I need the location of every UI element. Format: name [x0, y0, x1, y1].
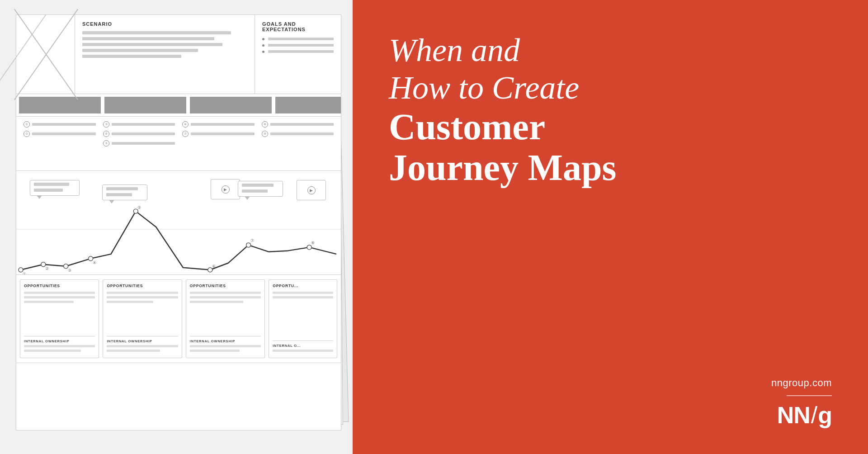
ownership-line-1a [24, 345, 95, 347]
opp-divider-2 [107, 336, 178, 336]
opp-lines-1 [24, 292, 95, 333]
svg-point-15 [307, 245, 311, 250]
opp-lines-2 [107, 292, 178, 333]
svg-text:①: ① [23, 272, 26, 274]
num-5: ⑤ [103, 140, 109, 147]
bullet-item-1 [262, 38, 334, 40]
ownership-line-3a [190, 345, 261, 347]
num-item-3: ③ [103, 121, 175, 128]
nn-logo-text: NN [777, 402, 810, 428]
num-line-2 [32, 132, 96, 135]
left-panel: SCENARIO GOALS AND EXPECTATIONS [0, 0, 353, 454]
nn-logo: NN/g [777, 403, 832, 427]
svg-text:③: ③ [68, 268, 71, 273]
logo-block: nngroup.com NN/g [389, 377, 832, 427]
bullet-item-2 [262, 44, 334, 47]
nn-url: nngroup.com [771, 377, 832, 389]
bullet-line-2 [268, 44, 334, 47]
scenario-line-5 [82, 55, 181, 58]
opp-line-4b [273, 296, 333, 298]
num-line-6 [191, 123, 255, 126]
ownership-title-3: INTERNAL OWNERSHIP [190, 339, 261, 343]
image-x-lines [16, 15, 75, 94]
opportunities-section: OPPORTUNITIES INTERNAL OWNERSHIP OPPORTU… [16, 275, 341, 363]
bullet-dot-2 [262, 44, 264, 47]
bullet-item-3 [262, 50, 334, 53]
svg-text:⑧: ⑧ [311, 241, 315, 245]
opp-col-1: OPPORTUNITIES INTERNAL OWNERSHIP [20, 279, 99, 358]
opp-line-2b [107, 296, 178, 298]
numbered-col-3: ⑥ ⑦ [179, 121, 258, 166]
opp-lines-3 [190, 292, 261, 333]
headline-line-3: Customer [389, 107, 616, 147]
nn-logo-g: g [818, 402, 832, 428]
opp-line-1a [24, 292, 95, 294]
ownership-title-2: INTERNAL OWNERSHIP [107, 339, 178, 343]
card-front: SCENARIO GOALS AND EXPECTATIONS [16, 14, 341, 430]
image-placeholder [16, 15, 75, 94]
num-line-8 [270, 123, 334, 126]
numbered-col-4: ⑧ ⑨ [258, 121, 338, 166]
headline-line-2: How to Create [389, 69, 616, 107]
svg-text:⑥: ⑥ [212, 264, 216, 269]
svg-text:⑤: ⑤ [137, 205, 141, 210]
opp-title-2: OPPORTUNITIES [107, 284, 178, 288]
num-item-4: ④ [103, 131, 175, 137]
num-8: ⑧ [262, 121, 268, 128]
num-6: ⑥ [182, 121, 189, 128]
num-2: ② [24, 131, 30, 137]
num-7: ⑦ [182, 131, 189, 137]
num-item-8: ⑧ [262, 121, 334, 128]
opp-lines-4 [273, 292, 333, 338]
svg-text:⑦: ⑦ [250, 238, 254, 243]
opp-line-2c [107, 301, 153, 303]
stage-header-3 [190, 97, 272, 114]
headline-block: When and How to Create Customer Journey … [389, 32, 616, 377]
opp-title-1: OPPORTUNITIES [24, 284, 95, 288]
opp-title-4: OPPORTU... [273, 284, 333, 288]
num-item-2: ② [24, 131, 96, 137]
opp-divider-4 [273, 340, 333, 341]
scenario-section: SCENARIO [75, 15, 255, 94]
scenario-line-3 [82, 43, 222, 46]
opp-title-3: OPPORTUNITIES [190, 284, 261, 288]
opp-line-3b [190, 296, 261, 298]
num-line-1 [32, 123, 96, 126]
bullet-dot-3 [262, 51, 264, 53]
num-line-5 [112, 142, 175, 145]
svg-point-13 [246, 243, 251, 247]
opp-line-1c [24, 301, 74, 303]
numbered-section: ① ② ③ ④ [16, 117, 341, 171]
opp-col-2: OPPORTUNITIES INTERNAL OWNERSHIP [103, 279, 182, 358]
ownership-line-3b [190, 350, 240, 352]
ownership-line-1b [24, 350, 81, 352]
num-line-3 [112, 123, 175, 126]
num-1: ① [24, 121, 30, 128]
wireframe-stack: SCENARIO GOALS AND EXPECTATIONS [14, 10, 339, 444]
opp-line-2a [107, 292, 178, 294]
ownership-line-4a [273, 350, 333, 352]
stage-headers [16, 94, 341, 117]
stage-header-2 [104, 97, 186, 114]
emotion-chart: ① ② ③ ④ ⑤ ⑥ ⑦ ⑧ [16, 184, 341, 274]
numbered-col-2: ③ ④ ⑤ [99, 121, 179, 166]
num-item-1: ① [24, 121, 96, 128]
scenario-line-2 [82, 37, 214, 40]
num-item-9: ⑨ [262, 131, 334, 137]
num-item-5: ⑤ [103, 140, 175, 147]
opp-col-4: OPPORTU... INTERNAL O... [269, 279, 337, 358]
num-line-7 [191, 132, 255, 135]
ownership-line-2b [107, 350, 160, 352]
goals-section: GOALS AND EXPECTATIONS [255, 15, 341, 94]
opp-divider-3 [190, 336, 261, 336]
goals-title: GOALS AND EXPECTATIONS [262, 21, 334, 32]
scenario-line-1 [82, 31, 231, 34]
svg-text:④: ④ [93, 260, 96, 265]
num-3: ③ [103, 121, 109, 128]
stage-header-1 [19, 97, 101, 114]
num-9: ⑨ [262, 131, 268, 137]
bullet-dot-1 [262, 38, 264, 40]
headline-line-1: When and [389, 32, 616, 69]
bubble-chart-section: ▶ ▶ ① [16, 171, 341, 275]
num-4: ④ [103, 131, 109, 137]
